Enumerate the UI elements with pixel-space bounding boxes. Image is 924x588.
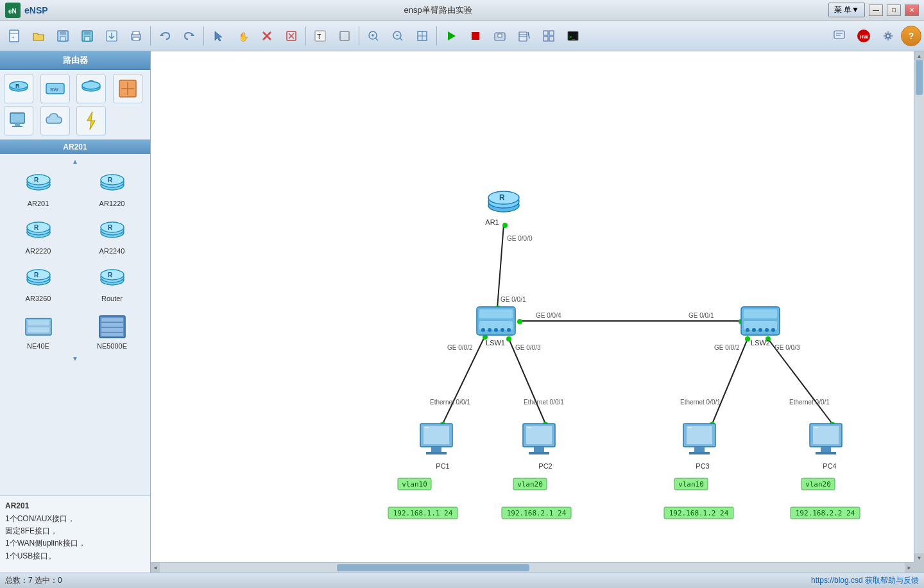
svg-rect-65: [10, 113, 24, 123]
save-button[interactable]: [76, 24, 99, 48]
menu-button[interactable]: 菜 单▼: [828, 3, 865, 17]
device-type-cloud[interactable]: [40, 106, 70, 135]
svg-line-30: [375, 38, 378, 40]
svg-rect-67: [12, 126, 22, 127]
help-button[interactable]: ?: [901, 26, 921, 46]
label-lsw2: LSW2: [751, 339, 770, 347]
print-button[interactable]: [124, 24, 148, 48]
horizontal-scroll-thumb[interactable]: [337, 564, 529, 571]
device-type-wireless[interactable]: [76, 74, 106, 103]
device-item-ne40e[interactable]: NE40E: [4, 310, 73, 352]
svg-rect-26: [340, 31, 349, 40]
status-right[interactable]: https://blog.csd 获取帮助与反馈: [811, 575, 919, 586]
svg-rect-133: [687, 426, 712, 444]
svg-text:vlan10: vlan10: [678, 480, 704, 489]
device-item-ne5000e[interactable]: NE5000E: [78, 310, 146, 352]
app-name: eNSP: [24, 5, 48, 15]
svg-rect-100: [101, 333, 123, 336]
grid-button[interactable]: [537, 24, 560, 48]
vertical-scroll-thumb[interactable]: [916, 56, 923, 95]
node-pc1[interactable]: [417, 424, 468, 461]
device-type-other[interactable]: [76, 106, 106, 135]
close-button[interactable]: ✕: [905, 4, 919, 16]
pan-button[interactable]: ✋: [231, 24, 254, 48]
svg-rect-14: [133, 31, 139, 35]
capture-button[interactable]: [488, 24, 511, 48]
settings-button[interactable]: [877, 24, 900, 48]
device-item-ar2220[interactable]: R AR2220: [4, 215, 73, 257]
svg-text:vlan10: vlan10: [402, 480, 427, 489]
ar201-icon: R: [21, 170, 56, 198]
open-button[interactable]: [27, 24, 50, 48]
node-pc3[interactable]: [683, 424, 715, 454]
select-button[interactable]: [207, 24, 230, 48]
terminal-button[interactable]: >_: [561, 24, 585, 48]
delete-button[interactable]: [255, 24, 278, 48]
huawei-button[interactable]: HW: [852, 24, 875, 48]
toolbar: + ✋ T: [0, 21, 924, 51]
device-item-ar1220[interactable]: R AR1220: [78, 168, 146, 210]
statusbar: 总数：7 选中：0 https://blog.csd 获取帮助与反馈: [0, 573, 924, 588]
node-pc2[interactable]: [523, 424, 555, 454]
node-lsw2[interactable]: [741, 307, 780, 335]
device-type-switch[interactable]: SW: [40, 74, 70, 103]
minimize-button[interactable]: —: [869, 4, 883, 16]
device-item-ar3260[interactable]: R AR3260: [4, 263, 73, 305]
label-lsw1: LSW1: [486, 339, 505, 347]
ar3260-label: AR3260: [26, 295, 51, 302]
svg-marker-68: [87, 112, 95, 130]
device-type-router[interactable]: R: [4, 74, 33, 103]
svg-rect-15: [133, 37, 139, 40]
node-ar1[interactable]: R: [488, 191, 519, 212]
device-item-ar201[interactable]: R AR201: [4, 168, 73, 210]
clear-button[interactable]: [280, 24, 303, 48]
svg-rect-40: [498, 34, 502, 37]
port-lsw1-ge001: GE 0/0/1: [501, 296, 526, 303]
conn-lsw1-pc2: [509, 339, 545, 424]
label-pc1: PC1: [436, 462, 449, 470]
save-as-button[interactable]: [51, 24, 74, 48]
app-logo: eN: [5, 3, 21, 18]
text-button[interactable]: T: [309, 24, 332, 48]
desc-title: AR201: [5, 501, 145, 510]
search-button[interactable]: [513, 24, 536, 48]
svg-rect-98: [101, 323, 123, 327]
ip-label-pc1: 192.168.1.1 24: [388, 507, 458, 519]
scroll-corner: [914, 562, 924, 573]
maximize-button[interactable]: □: [887, 4, 901, 16]
horizontal-scrollbar[interactable]: ◄ ►: [151, 562, 914, 573]
device-type-firewall[interactable]: [113, 74, 142, 103]
scroll-down-button[interactable]: ▼: [4, 355, 146, 362]
device-type-pc[interactable]: [4, 106, 33, 135]
chat-button[interactable]: [828, 24, 851, 48]
router-icon: R: [95, 265, 130, 293]
port-lsw1-ge003: GE 0/0/3: [515, 344, 541, 351]
canvas-area[interactable]: GE 0/0/0 GE 0/0/1 GE 0/0/4 GE 0/0/1 GE 0…: [151, 51, 924, 573]
svg-rect-124: [431, 447, 441, 452]
vertical-scrollbar[interactable]: ▼ ▲: [914, 51, 924, 562]
stop-button[interactable]: [464, 24, 487, 48]
device-item-ar2240[interactable]: R AR2240: [78, 215, 146, 257]
node-lsw1[interactable]: [477, 307, 515, 335]
sidebar-section2-header: AR201: [0, 140, 150, 154]
undo-button[interactable]: [153, 24, 176, 48]
zoom-out-button[interactable]: [386, 24, 409, 48]
new-button[interactable]: +: [3, 24, 26, 48]
titlebar-title: ensp单臂路由实验: [404, 4, 472, 16]
ne40e-icon: [21, 313, 56, 341]
svg-text:T: T: [317, 33, 321, 40]
device-item-router[interactable]: R Router: [78, 263, 146, 305]
fit-button[interactable]: [411, 24, 434, 48]
play-button[interactable]: [440, 24, 463, 48]
ar2220-label: AR2220: [26, 247, 51, 255]
node-pc4[interactable]: [810, 424, 842, 454]
shape-button[interactable]: [333, 24, 356, 48]
conn-dot-lsw1-right: [517, 319, 522, 324]
svg-rect-9: [84, 31, 90, 35]
zoom-in-button[interactable]: [362, 24, 385, 48]
redo-button[interactable]: [178, 24, 201, 48]
import-button[interactable]: [100, 24, 123, 48]
ar1220-icon: R: [95, 170, 130, 198]
svg-rect-66: [15, 123, 20, 126]
scroll-up-button[interactable]: ▲: [4, 158, 146, 165]
